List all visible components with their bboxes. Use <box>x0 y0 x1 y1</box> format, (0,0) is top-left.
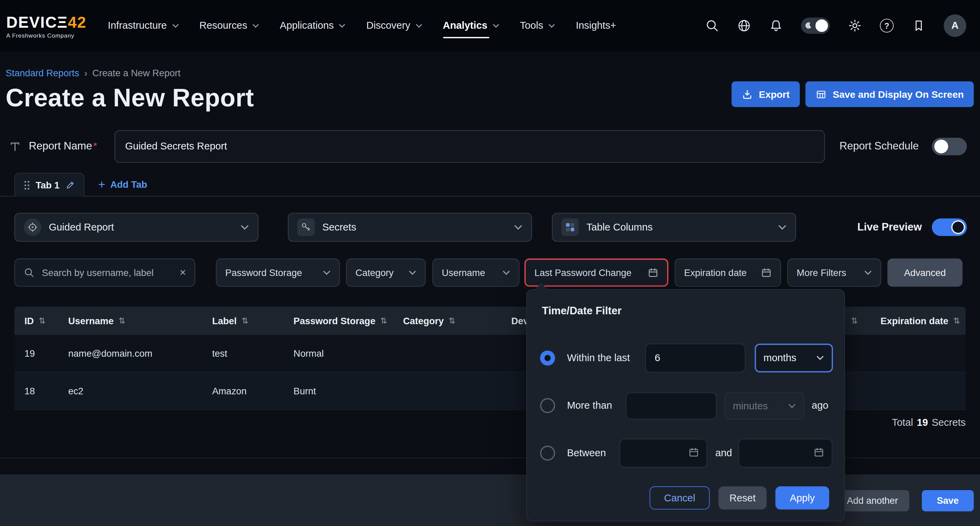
report-schedule-toggle[interactable] <box>932 138 967 155</box>
last-password-change-filter[interactable]: Last Password Change <box>525 258 668 287</box>
app: DEVICΞ 42 A Freshworks Company Infrastru… <box>0 0 980 526</box>
add-another-button[interactable]: Add another <box>836 490 909 511</box>
more-filters-dropdown[interactable]: More Filters <box>787 258 881 287</box>
column-label: Expiration date <box>880 315 948 326</box>
nav-label: Resources <box>199 20 247 32</box>
cell-label: Amazon <box>202 373 283 410</box>
total-count: 19 <box>917 417 928 428</box>
tab-1[interactable]: Tab 1 <box>14 173 84 197</box>
between-label: Between <box>567 448 606 459</box>
drag-handle-icon[interactable] <box>24 180 30 190</box>
nav-item-applications[interactable]: Applications <box>280 0 346 51</box>
navbar-actions: ? A <box>705 14 966 37</box>
within-last-label: Within the last <box>567 352 630 363</box>
column-label: Password Storage <box>293 315 375 326</box>
unit-value: minutes <box>733 400 768 411</box>
theme-toggle[interactable] <box>801 18 830 34</box>
avatar[interactable]: A <box>944 14 966 37</box>
cancel-button[interactable]: Cancel <box>650 486 710 510</box>
nav-item-insights[interactable]: Insights+ <box>576 0 616 51</box>
report-type-select[interactable]: Guided Report <box>14 213 259 241</box>
category-filter[interactable]: Category <box>346 258 425 287</box>
apply-button[interactable]: Apply <box>776 486 829 510</box>
device42-logo[interactable]: DEVICΞ 42 A Freshworks Company <box>6 13 86 39</box>
breadcrumb-link-standard-reports[interactable]: Standard Reports <box>5 68 79 78</box>
column-header-label[interactable]: Label⇅ <box>202 307 283 335</box>
unit-value: months <box>764 352 796 363</box>
within-last-radio[interactable] <box>540 351 555 366</box>
screenshot-stage: DEVICΞ 42 A Freshworks Company Infrastru… <box>0 0 980 526</box>
primary-nav: Infrastructure Resources Applications Di… <box>108 0 616 51</box>
search-input-box[interactable]: × <box>14 258 195 287</box>
column-label: Category <box>403 315 444 326</box>
chevron-down-icon <box>548 24 555 28</box>
object-type-select[interactable]: Secrets <box>288 213 532 241</box>
more-than-value-input[interactable] <box>626 393 716 420</box>
nav-item-discovery[interactable]: Discovery <box>366 0 422 51</box>
nav-item-infrastructure[interactable]: Infrastructure <box>108 0 178 51</box>
calendar-icon[interactable] <box>688 447 699 457</box>
live-preview-toggle[interactable] <box>932 218 967 236</box>
reset-button[interactable]: Reset <box>718 486 767 510</box>
calendar-icon <box>648 267 658 278</box>
save-button[interactable]: Save <box>922 490 974 511</box>
report-config-row: Guided Report Secrets Table Columns Live… <box>14 213 974 241</box>
password-storage-filter[interactable]: Password Storage <box>216 258 340 287</box>
globe-icon[interactable] <box>737 19 751 32</box>
expiration-date-filter[interactable]: Expiration date <box>675 258 781 287</box>
chevron-down-icon <box>409 270 416 275</box>
more-than-radio[interactable] <box>540 398 555 413</box>
filter-label: Password Storage <box>225 267 302 278</box>
clear-search-icon[interactable]: × <box>180 267 186 278</box>
total-suffix: Secrets <box>932 417 966 428</box>
search-icon[interactable] <box>705 19 719 32</box>
bookmark-icon[interactable] <box>912 19 926 32</box>
column-header-id[interactable]: ID⇅ <box>14 307 58 335</box>
nav-label: Applications <box>280 20 334 32</box>
cell-password-storage: Normal <box>283 335 393 372</box>
cell-id: 19 <box>14 335 58 372</box>
export-button[interactable]: Export <box>732 81 800 107</box>
nav-item-analytics[interactable]: Analytics <box>443 0 499 51</box>
column-header-password-storage[interactable]: Password Storage⇅ <box>283 307 393 335</box>
column-header-username[interactable]: Username⇅ <box>58 307 202 335</box>
guided-report-icon <box>24 218 41 236</box>
column-header-category[interactable]: Category⇅ <box>393 307 501 335</box>
breadcrumb: Standard Reports › Create a New Report <box>5 68 181 78</box>
object-type-value: Secrets <box>323 222 356 233</box>
report-name-input[interactable] <box>115 130 825 163</box>
popup-title: Time/Date Filter <box>542 305 622 317</box>
edit-icon[interactable] <box>65 180 75 190</box>
top-navbar: DEVICΞ 42 A Freshworks Company Infrastru… <box>0 0 980 51</box>
chevron-down-icon <box>323 270 330 275</box>
nav-item-resources[interactable]: Resources <box>199 0 259 51</box>
search-input[interactable] <box>41 267 173 279</box>
notifications-bell-icon[interactable] <box>769 19 783 32</box>
nav-label: Tools <box>520 20 543 32</box>
help-icon[interactable]: ? <box>880 19 894 32</box>
cell-username: name@domain.com <box>58 335 202 372</box>
more-than-unit-select[interactable]: minutes <box>725 393 804 420</box>
within-last-value-input[interactable] <box>645 344 745 373</box>
table-columns-select[interactable]: Table Columns <box>552 213 796 241</box>
report-type-value: Guided Report <box>49 222 114 233</box>
add-tab-button[interactable]: + Add Tab <box>98 172 147 196</box>
column-header-expiration-date[interactable]: Expiration date⇅ <box>870 307 966 335</box>
save-display-button[interactable]: Save and Display On Screen <box>805 81 974 107</box>
nav-label: Analytics <box>443 20 487 32</box>
breadcrumb-separator: › <box>84 68 87 78</box>
calendar-icon[interactable] <box>813 447 824 457</box>
within-last-unit-select[interactable]: months <box>755 344 833 373</box>
between-radio[interactable] <box>540 446 555 461</box>
table-grid-icon <box>815 89 826 100</box>
advanced-button[interactable]: Advanced <box>887 258 963 287</box>
sort-icon: ⇅ <box>380 316 387 325</box>
chevron-down-icon <box>788 403 796 409</box>
help-glyph: ? <box>884 21 889 30</box>
logo-tagline: A Freshworks Company <box>6 32 86 38</box>
nav-item-tools[interactable]: Tools <box>520 0 555 51</box>
sort-icon: ⇅ <box>242 316 248 325</box>
gear-icon[interactable] <box>848 19 862 32</box>
username-filter[interactable]: Username <box>433 258 519 287</box>
required-asterisk: * <box>93 140 97 151</box>
